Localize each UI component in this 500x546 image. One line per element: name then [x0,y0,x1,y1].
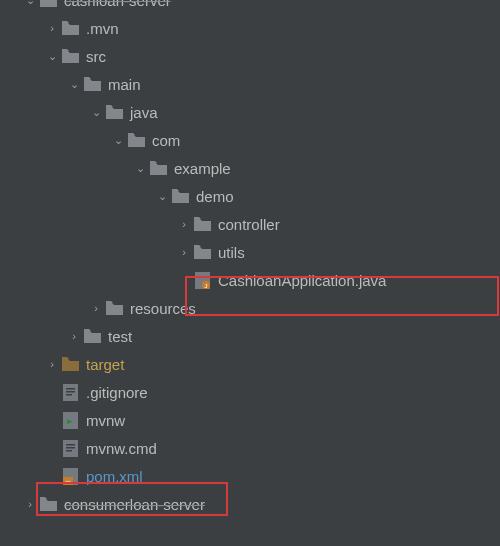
node-label: java [130,104,158,121]
tree-row[interactable]: ⌄ java [0,98,500,126]
tree-row[interactable]: › resources [0,294,500,322]
tree-row[interactable]: › controller [0,210,500,238]
node-label: consumerloan-server [64,496,205,513]
text-file-icon [60,439,80,457]
expand-icon[interactable]: ⌄ [110,134,126,147]
folder-icon [126,131,146,149]
folder-excluded-icon [60,355,80,373]
node-label: test [108,328,132,345]
xml-file-icon [60,467,80,485]
node-label: target [86,356,124,373]
tree-row[interactable]: pom.xml [0,462,500,490]
node-label: resources [130,300,196,317]
tree-row[interactable]: .gitignore [0,378,500,406]
folder-icon [60,19,80,37]
node-label: controller [218,216,280,233]
collapse-icon[interactable]: › [176,218,192,230]
folder-icon [104,299,124,317]
node-label: mvnw.cmd [86,440,157,457]
collapse-icon[interactable]: › [66,330,82,342]
expand-icon[interactable]: ⌄ [154,190,170,203]
folder-icon [170,187,190,205]
node-label: .gitignore [86,384,148,401]
expand-icon[interactable]: ⌄ [44,50,60,63]
collapse-icon[interactable]: › [88,302,104,314]
node-label: cashloan-server [64,0,171,9]
expand-icon[interactable]: ⌄ [88,106,104,119]
node-label: .mvn [86,20,119,37]
folder-icon [104,103,124,121]
text-file-icon [60,383,80,401]
collapse-icon[interactable]: › [44,22,60,34]
node-label: main [108,76,141,93]
node-label: mvnw [86,412,125,429]
expand-icon[interactable]: ⌄ [132,162,148,175]
tree-row[interactable]: ⌄ cashloan-server [0,0,500,14]
tree-row[interactable]: › utils [0,238,500,266]
node-label: demo [196,188,234,205]
tree-row[interactable]: ⌄ com [0,126,500,154]
folder-icon [148,159,168,177]
folder-icon [38,0,58,9]
folder-icon [82,75,102,93]
node-label: com [152,132,180,149]
folder-icon [192,243,212,261]
tree-row[interactable]: ⌄ src [0,42,500,70]
shell-file-icon [60,411,80,429]
java-file-icon [192,271,212,289]
tree-row[interactable]: ⌄ example [0,154,500,182]
expand-icon[interactable]: ⌄ [22,0,38,7]
tree-row[interactable]: mvnw.cmd [0,434,500,462]
collapse-icon[interactable]: › [44,358,60,370]
node-label: src [86,48,106,65]
collapse-icon[interactable]: › [22,498,38,510]
collapse-icon[interactable]: › [176,246,192,258]
tree-row[interactable]: ⌄ demo [0,182,500,210]
tree-row[interactable]: mvnw [0,406,500,434]
tree-row[interactable]: › test [0,322,500,350]
tree-row[interactable]: ⌄ main [0,70,500,98]
node-label: CashloanApplication.java [218,272,386,289]
node-label: pom.xml [86,468,143,485]
expand-icon[interactable]: ⌄ [66,78,82,91]
node-label: utils [218,244,245,261]
tree-row[interactable]: CashloanApplication.java [0,266,500,294]
tree-row[interactable]: › consumerloan-server [0,490,500,518]
folder-icon [192,215,212,233]
folder-icon [82,327,102,345]
tree-row[interactable]: › .mvn [0,14,500,42]
folder-icon [60,47,80,65]
tree-row[interactable]: › target [0,350,500,378]
node-label: example [174,160,231,177]
folder-icon [38,495,58,513]
